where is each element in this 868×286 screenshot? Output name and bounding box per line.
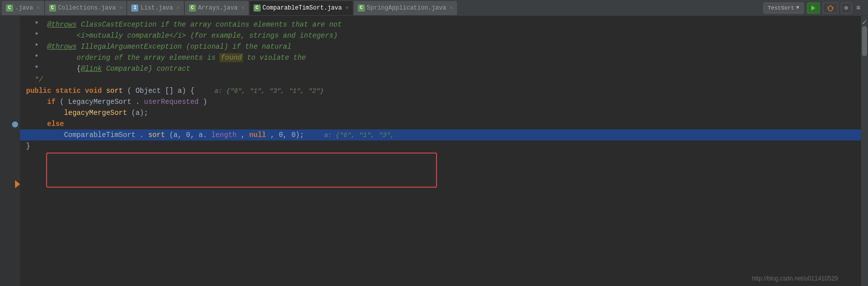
run-button[interactable] — [807, 3, 820, 14]
tab-close-arrays[interactable]: × — [241, 5, 245, 11]
svg-point-0 — [828, 6, 832, 11]
debug-button[interactable] — [823, 3, 838, 14]
code-line-2: * <i>mutually comparable</i> (for exampl… — [20, 30, 861, 41]
watermark: http://blog.csdn.net/u011410529 — [752, 275, 838, 282]
run-triangle-icon — [811, 6, 815, 11]
bookmark-marker — [12, 121, 18, 127]
editor-container: * @throws ClassCastException if the arra… — [0, 16, 868, 286]
tab-icon-list: I — [131, 5, 138, 12]
found-highlight: found — [220, 53, 243, 62]
network-button[interactable]: ⊗ — [841, 3, 852, 14]
tab-label-arrays: Arrays.java — [198, 5, 238, 12]
tab-label-springapplication: SpringApplication.java — [367, 5, 446, 12]
tab-icon-java1: C — [6, 5, 13, 12]
bug-icon — [826, 4, 834, 12]
tab-icon-arrays: C — [189, 5, 196, 12]
execution-arrow — [15, 180, 20, 188]
code-line-5: * {@link Comparable} contract — [20, 63, 861, 74]
run-config-dropdown[interactable]: TestSort ▼ — [763, 3, 804, 14]
code-lines: * @throws ClassCastException if the arra… — [20, 16, 861, 155]
tab-bar: C .java × C Collections.java × I List.ja… — [0, 0, 868, 16]
tab-collections[interactable]: C Collections.java × — [45, 1, 127, 15]
code-line-4: * ordering of the array elements is foun… — [20, 52, 861, 63]
code-line-12: } — [20, 140, 861, 152]
tab-comparabletimsort[interactable]: C ComparableTimSort.java × — [250, 1, 353, 15]
tab-arrays[interactable]: C Arrays.java × — [185, 1, 249, 15]
tab-springapplication[interactable]: C SpringApplication.java × — [354, 1, 457, 15]
tab-label-collections: Collections.java — [58, 5, 116, 12]
run-config-label: TestSort — [768, 5, 794, 11]
line-gutter — [0, 16, 20, 286]
dropdown-arrow-icon: ▼ — [796, 5, 799, 11]
overflow-icon: ≡ — [856, 4, 860, 12]
tab-overflow-button[interactable]: ≡ — [855, 4, 862, 12]
tab-icon-comparabletimsort: C — [254, 5, 261, 12]
code-line-10: else — [20, 118, 861, 129]
tab-label-java1: .java — [15, 5, 33, 12]
code-line-6: */ — [20, 74, 861, 85]
code-line-1: * @throws ClassCastException if the arra… — [20, 19, 861, 30]
checkmark-icon: ✓ — [862, 17, 867, 27]
selection-box — [46, 153, 437, 188]
code-line-8: if ( LegacyMergeSort . userRequested ) — [20, 96, 861, 107]
scrollbar[interactable]: ✓ — [861, 16, 868, 286]
tab-java1[interactable]: C .java × — [2, 1, 44, 15]
tab-icon-collections: C — [49, 5, 56, 12]
tab-close-collections[interactable]: × — [119, 5, 123, 11]
tab-label-comparabletimsort: ComparableTimSort.java — [263, 5, 342, 12]
code-line-11: ComparableTimSort . sort (a, 0, a. lengt… — [20, 129, 861, 140]
code-line-3: * @throws IllegalArgumentException (opti… — [20, 41, 861, 52]
tab-icon-springapplication: C — [358, 5, 365, 12]
tab-close-list[interactable]: × — [176, 5, 180, 11]
code-line-7: public static void sort ( Object [] a) {… — [20, 85, 861, 96]
code-area: * @throws ClassCastException if the arra… — [20, 16, 861, 286]
tab-close-java1[interactable]: × — [37, 5, 40, 11]
tab-list[interactable]: I List.java × — [127, 1, 183, 15]
tab-close-comparabletimsort[interactable]: × — [345, 5, 349, 11]
svg-line-3 — [832, 7, 833, 8]
scrollbar-thumb[interactable] — [862, 26, 867, 56]
svg-line-2 — [827, 7, 828, 8]
network-icon: ⊗ — [844, 4, 848, 12]
code-line-9: legacyMergeSort (a); — [20, 107, 861, 118]
tab-label-list: List.java — [140, 5, 173, 12]
tab-close-springapplication[interactable]: × — [450, 5, 453, 11]
